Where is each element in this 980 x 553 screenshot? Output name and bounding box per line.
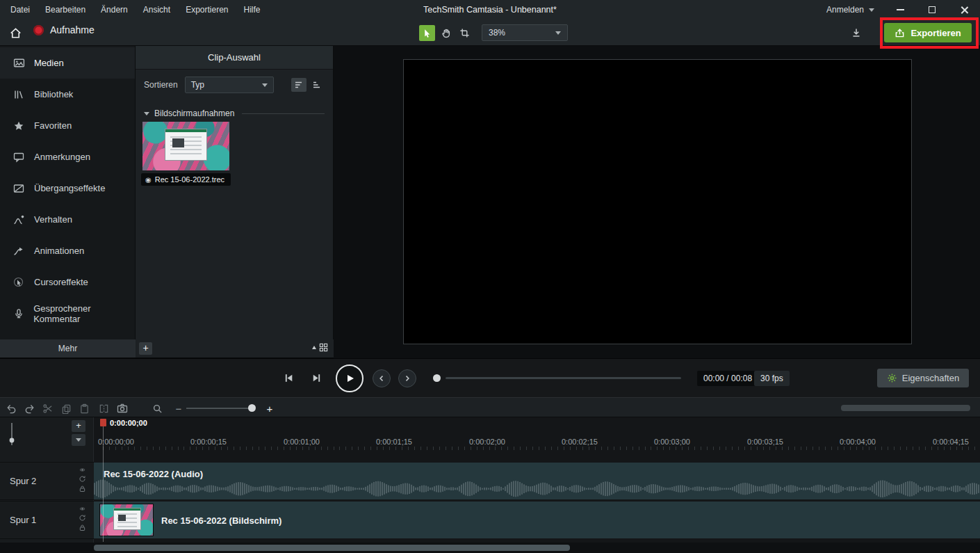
copy-button[interactable] — [58, 401, 74, 416]
record-button[interactable]: Aufnahme — [33, 24, 95, 35]
track-height-slider[interactable] — [6, 421, 18, 449]
split-button[interactable] — [96, 401, 111, 416]
paste-button[interactable] — [76, 401, 92, 416]
sidebar-item-gesprochener-kommentar[interactable]: Gesprochener Kommentar — [0, 298, 135, 329]
sidebar-item-anmerkungen[interactable]: Anmerkungen — [0, 141, 135, 173]
sort-ascending-button[interactable] — [291, 78, 307, 92]
scrubber-handle[interactable] — [433, 374, 441, 382]
timeline-toolbar: − + — [0, 397, 980, 417]
sort-descending-button[interactable] — [309, 78, 325, 92]
menu-datei[interactable]: Datei — [3, 0, 38, 19]
sidebar-item-label: Favoriten — [34, 120, 72, 131]
chevron-down-icon — [869, 8, 874, 12]
screen-clip[interactable]: Rec 15-06-2022 (Bildschirm) — [94, 502, 980, 538]
sidebar-item-bibliothek[interactable]: Bibliothek — [0, 79, 135, 110]
maximize-button[interactable] — [916, 0, 948, 19]
menu-hilfe[interactable]: Hilfe — [236, 0, 268, 19]
home-button[interactable] — [7, 25, 24, 40]
more-tools-button[interactable]: Mehr — [0, 339, 136, 358]
step-back-button[interactable] — [373, 369, 391, 387]
prev-frame-button[interactable] — [283, 372, 295, 384]
sort-select[interactable]: Typ — [185, 77, 274, 93]
timeline-zoom-slider[interactable] — [186, 408, 252, 409]
media-icon — [13, 57, 25, 69]
video-preview-canvas[interactable] — [403, 59, 912, 344]
screenshot-button[interactable] — [115, 401, 130, 416]
window-title: TechSmith Camtasia - Unbenannt* — [423, 5, 557, 15]
clip-thumbnail — [99, 504, 154, 536]
scrubber-track[interactable] — [446, 377, 681, 379]
timeline-scrollbar-track[interactable] — [0, 543, 980, 553]
menu-ansicht[interactable]: Ansicht — [136, 0, 178, 19]
pan-tool-button[interactable] — [438, 25, 454, 41]
track-header-spur1: Spur 1 — [0, 501, 94, 539]
sidebar-item-animationen[interactable]: Animationen — [0, 235, 135, 266]
download-media-button[interactable] — [848, 24, 865, 41]
thumbnail-size-button[interactable] — [311, 343, 328, 352]
media-thumbnail — [142, 122, 229, 170]
timeline-scrollbar-thumb[interactable] — [94, 545, 570, 551]
sidebar-item-uebergangseffekte[interactable]: Übergangseffekte — [0, 173, 135, 204]
track-header-spur2: Spur 2 — [0, 462, 94, 500]
audio-clip[interactable]: Rec 15-06-2022 (Audio) — [94, 463, 980, 499]
sidebar-item-verhalten[interactable]: Verhalten — [0, 204, 135, 235]
track-lock-icon[interactable] — [79, 485, 86, 492]
track-visibility-icon[interactable] — [79, 506, 86, 512]
minimize-button[interactable] — [884, 0, 916, 19]
track-loop-icon[interactable] — [79, 475, 86, 483]
track-lock-icon[interactable] — [79, 524, 86, 531]
menu-bearbeiten[interactable]: Bearbeiten — [38, 0, 93, 19]
ruler-tick: 0:00:00;15 — [190, 438, 227, 446]
canvas-zoom-select[interactable]: 38% — [482, 24, 568, 41]
next-frame-button[interactable] — [311, 372, 322, 384]
step-forward-button[interactable] — [398, 369, 416, 387]
collapse-tracks-button[interactable] — [72, 434, 85, 446]
sidebar-item-medien[interactable]: Medien — [0, 47, 135, 79]
more-label: Mehr — [58, 344, 77, 353]
library-icon — [13, 89, 25, 100]
microphone-icon — [13, 308, 24, 319]
sidebar-item-favoriten[interactable]: Favoriten — [0, 110, 135, 141]
timeline-zoom-slider-handle[interactable] — [248, 404, 256, 412]
star-icon — [13, 120, 25, 131]
time-display: 00:00 / 00:08 — [697, 371, 758, 386]
select-tool-button[interactable] — [419, 25, 435, 41]
add-track-button[interactable]: + — [72, 420, 85, 432]
properties-button[interactable]: Eigenschaften — [877, 369, 969, 387]
redo-button[interactable] — [22, 401, 37, 416]
redo-icon — [24, 403, 35, 414]
prev-frame-icon — [283, 372, 295, 384]
add-media-button[interactable]: + — [139, 342, 152, 355]
playhead-marker[interactable] — [100, 419, 106, 426]
menu-bar: Datei Bearbeiten Ändern Ansicht Exportie… — [0, 0, 980, 19]
export-button[interactable]: Exportieren — [884, 23, 972, 42]
bin-bottom-bar: + — [136, 339, 334, 358]
sidebar-item-label: Übergangseffekte — [34, 183, 105, 193]
menu-aendern[interactable]: Ändern — [93, 0, 136, 19]
hand-icon — [441, 27, 452, 38]
export-label: Exportieren — [910, 28, 961, 38]
play-button[interactable] — [336, 364, 364, 392]
ruler-minor-ticks — [103, 447, 980, 450]
media-item-rec[interactable]: ◉ Rec 15-06-2022.trec — [142, 122, 229, 170]
undo-button[interactable] — [3, 401, 19, 416]
timeline-zoom-out-button[interactable]: − — [171, 401, 186, 416]
track-name: Spur 1 — [10, 515, 36, 525]
signin-button[interactable]: Anmelden — [817, 5, 884, 15]
cursor-arrow-icon — [422, 28, 432, 38]
sidebar-item-cursoreffekte[interactable]: Cursoreffekte — [0, 266, 135, 298]
screen-recordings-section-header[interactable]: Bildschirmaufnahmen — [136, 97, 333, 122]
close-button[interactable] — [948, 0, 980, 19]
menu-exportieren[interactable]: Exportieren — [178, 0, 236, 19]
cut-button[interactable] — [40, 401, 55, 416]
track-visibility-icon[interactable] — [79, 467, 86, 473]
crop-tool-button[interactable] — [457, 25, 473, 41]
copy-icon — [61, 403, 72, 414]
timeline-ruler[interactable]: 0:00:00;00 0:00:00;00 0:00:00;15 0:00:01… — [94, 417, 980, 451]
timeline-horizontal-scrollbar[interactable] — [841, 405, 970, 411]
timeline-zoom-menu-button[interactable] — [149, 401, 165, 416]
timeline-zoom-in-button[interactable]: + — [262, 401, 277, 416]
chevron-down-icon — [144, 112, 149, 115]
track-loop-icon[interactable] — [79, 514, 86, 522]
menu-items: Datei Bearbeiten Ändern Ansicht Exportie… — [0, 0, 268, 19]
